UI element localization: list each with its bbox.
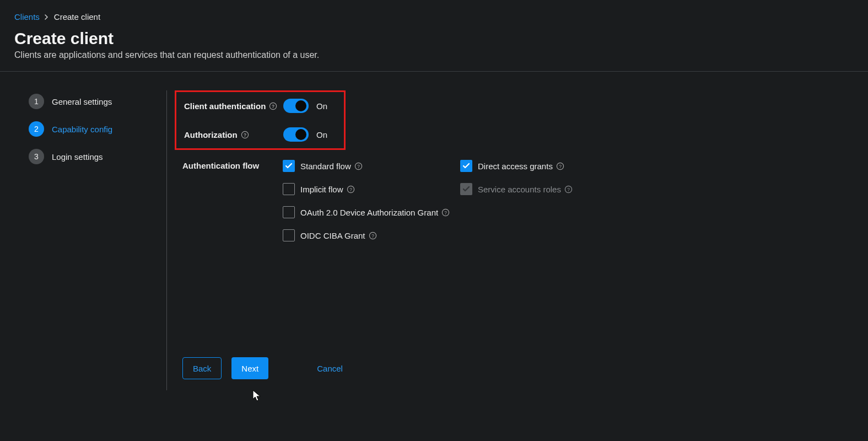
service-accounts-roles-checkbox (460, 183, 472, 195)
wizard-stepper: 1 General settings 2 Capability config 3… (29, 90, 166, 390)
label-text: Implicit flow (300, 185, 343, 194)
checkbox-label: OAuth 2.0 Device Authorization Grant ? (300, 208, 450, 217)
help-icon[interactable]: ? (369, 232, 377, 240)
svg-text:?: ? (357, 163, 360, 169)
client-authentication-row: Client authentication ? On (184, 99, 335, 113)
label-text: Authorization (184, 130, 238, 139)
cancel-button[interactable]: Cancel (307, 357, 353, 379)
breadcrumb-root-link[interactable]: Clients (14, 12, 40, 21)
checkbox-label: Service accounts roles ? (478, 185, 573, 194)
ciba-grant-checkbox[interactable] (283, 229, 295, 241)
step-general-settings[interactable]: 1 General settings (29, 94, 166, 109)
authentication-flow-section: Authentication flow Standard flow ? (175, 160, 745, 241)
device-grant-checkbox[interactable] (283, 206, 295, 218)
svg-text:?: ? (444, 209, 447, 215)
label-text: Client authentication (184, 101, 266, 111)
label-text: Service accounts roles (478, 185, 561, 194)
step-capability-config[interactable]: 2 Capability config (29, 121, 166, 137)
label-text: OIDC CIBA Grant (300, 231, 365, 240)
svg-text:?: ? (349, 186, 352, 192)
authorization-switch[interactable] (283, 127, 309, 142)
wizard-actions: Back Next Cancel (175, 357, 745, 379)
auth-flow-grid: Standard flow ? Implicit flow ? (283, 160, 638, 241)
help-icon[interactable]: ? (441, 208, 450, 217)
authentication-flow-label: Authentication flow (182, 160, 283, 241)
authorization-row: Authorization ? On (184, 127, 335, 142)
breadcrumb: Clients Create client (14, 12, 854, 21)
auth-flow-col-2: Direct access grants ? Service accounts … (460, 160, 638, 241)
label-text: Standard flow (300, 162, 351, 171)
main-content: 1 General settings 2 Capability config 3… (0, 72, 868, 390)
help-icon[interactable]: ? (347, 185, 355, 193)
direct-access-grants-checkbox[interactable] (460, 160, 472, 172)
authorization-switch-wrap: On (283, 127, 327, 142)
form-panel: Client authentication ? On Authorization… (166, 90, 745, 390)
help-icon[interactable]: ? (354, 162, 363, 170)
implicit-flow-checkbox[interactable] (283, 183, 295, 195)
label-text: OAuth 2.0 Device Authorization Grant (300, 208, 438, 217)
capability-highlight-box: Client authentication ? On Authorization… (175, 90, 346, 150)
breadcrumb-current: Create client (54, 12, 100, 21)
page-subtitle: Clients are applications and services th… (14, 50, 854, 60)
direct-access-grants-row: Direct access grants ? (460, 160, 638, 172)
checkbox-label: Direct access grants ? (478, 162, 564, 171)
client-authentication-switch-wrap: On (283, 99, 327, 113)
help-icon[interactable]: ? (556, 162, 564, 170)
next-button[interactable]: Next (231, 357, 268, 379)
checkbox-label: Standard flow ? (300, 162, 363, 171)
standard-flow-checkbox[interactable] (283, 160, 295, 172)
switch-state-text: On (316, 130, 327, 139)
device-grant-row: OAuth 2.0 Device Authorization Grant ? (283, 206, 460, 218)
step-label: Login settings (52, 152, 103, 162)
back-button[interactable]: Back (182, 357, 222, 379)
checkbox-label: OIDC CIBA Grant ? (300, 231, 377, 240)
client-authentication-label: Client authentication ? (184, 101, 283, 111)
authorization-label: Authorization ? (184, 130, 283, 139)
step-number: 1 (29, 94, 44, 109)
standard-flow-row: Standard flow ? (283, 160, 460, 172)
svg-text:?: ? (567, 186, 570, 192)
chevron-right-icon (44, 14, 50, 20)
implicit-flow-row: Implicit flow ? (283, 183, 460, 195)
client-authentication-switch[interactable] (283, 99, 309, 113)
service-accounts-roles-row: Service accounts roles ? (460, 183, 638, 195)
switch-state-text: On (316, 101, 327, 111)
step-number: 3 (29, 149, 44, 164)
page-title: Create client (14, 29, 854, 48)
svg-text:?: ? (371, 233, 374, 238)
mouse-cursor-icon (252, 390, 262, 402)
step-label: Capability config (52, 125, 112, 134)
ciba-grant-row: OIDC CIBA Grant ? (283, 229, 460, 241)
checkbox-label: Implicit flow ? (300, 185, 355, 194)
svg-text:?: ? (559, 163, 562, 169)
page-header: Clients Create client Create client Clie… (0, 0, 868, 72)
help-icon[interactable]: ? (241, 131, 249, 139)
svg-text:?: ? (272, 103, 274, 109)
help-icon[interactable]: ? (564, 185, 573, 193)
step-login-settings[interactable]: 3 Login settings (29, 149, 166, 164)
help-icon[interactable]: ? (269, 102, 277, 110)
step-number: 2 (29, 121, 44, 137)
svg-text:?: ? (244, 132, 246, 137)
auth-flow-col-1: Standard flow ? Implicit flow ? (283, 160, 460, 241)
label-text: Direct access grants (478, 162, 553, 171)
step-label: General settings (52, 97, 112, 106)
